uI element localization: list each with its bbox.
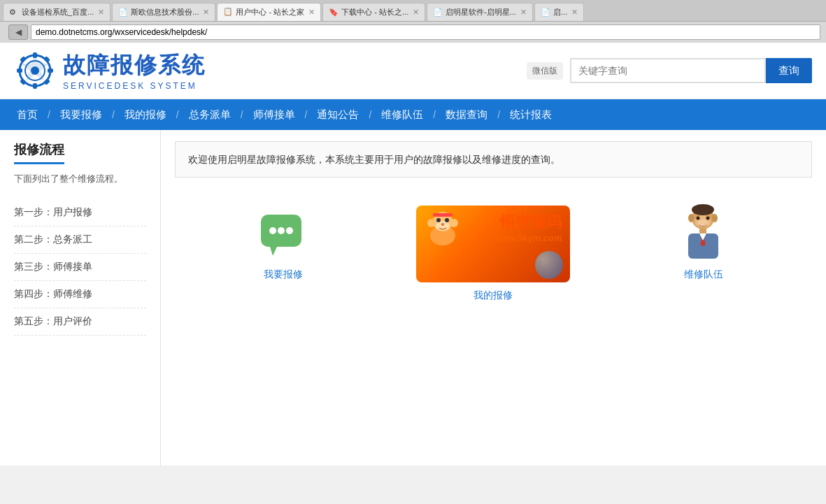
svg-rect-7 (48, 69, 53, 73)
nav-home[interactable]: 首页 (7, 99, 48, 130)
tab-close-4[interactable]: ✕ (413, 8, 419, 17)
tab-icon-5: 📄 (433, 8, 443, 17)
chat-bubble-icon (257, 211, 310, 257)
logo-subtitle: SERVICEDESK SYSTEM (63, 81, 206, 91)
sidebar-step-1: 第一步：用户报修 (14, 199, 146, 226)
tab-label-6: 启... (553, 7, 567, 17)
tab-label-3: 用户中心 - 站长之家 (236, 7, 304, 17)
svg-point-14 (278, 227, 285, 234)
search-area: 微信版 查询 (527, 58, 812, 83)
weixin-badge: 微信版 (527, 62, 563, 80)
main-content: 报修流程 下面列出了整个维修流程。 第一步：用户报修 第二步：总务派工 第三步：… (0, 130, 826, 466)
sidebar-steps: 第一步：用户报修 第二步：总务派工 第三步：师傅接单 第四步：师傅维修 第五步：… (14, 199, 146, 336)
browser-tabs: ⚙ 设备巡检系统_百度... ✕ 📄 斯欧信息技术股份... ✕ 📋 用户中心 … (0, 0, 826, 22)
nav-accept[interactable]: 师傅接单 (243, 99, 305, 130)
browser-window: ⚙ 设备巡检系统_百度... ✕ 📄 斯欧信息技术股份... ✕ 📋 用户中心 … (0, 0, 826, 466)
tab-3[interactable]: 📋 用户中心 - 站长之家 ✕ (217, 3, 321, 21)
tab-6[interactable]: 📄 启... ✕ (534, 3, 584, 21)
icon-team[interactable]: 维修队伍 (676, 206, 732, 281)
repair-icon-label: 我要报修 (264, 268, 303, 281)
icon-my-repair[interactable]: 悟空源码 www.5kym.com 我的报修 (416, 206, 570, 302)
tab-2[interactable]: 📄 斯欧信息技术股份... ✕ (112, 3, 215, 21)
svg-point-22 (436, 218, 441, 222)
sidebar-step-3: 第三步：师傅接单 (14, 254, 146, 281)
svg-rect-6 (17, 69, 22, 73)
svg-point-19 (427, 219, 436, 227)
svg-point-36 (706, 216, 710, 219)
team-icon-label: 维修队伍 (684, 268, 723, 281)
tab-close-6[interactable]: ✕ (571, 8, 578, 17)
svg-rect-9 (20, 78, 27, 85)
content-area: 欢迎使用启明星故障报修系统，本系统主要用于用户的故障报修以及维修进度的查询。 (161, 130, 826, 466)
nav-team[interactable]: 维修队伍 (371, 99, 433, 130)
watermark-line1: 悟空源码 (494, 213, 562, 233)
svg-rect-30 (699, 228, 706, 233)
nav-repair[interactable]: 我要报修 (50, 99, 112, 130)
tab-1[interactable]: ⚙ 设备巡检系统_百度... ✕ (3, 3, 111, 21)
sidebar-step-5: 第五步：用户评价 (14, 308, 146, 336)
tab-close-2[interactable]: ✕ (203, 8, 209, 17)
tab-icon-6: 📄 (541, 8, 550, 17)
logo-icon (14, 50, 56, 92)
repair-icon-img (255, 206, 311, 261)
nav-query[interactable]: 数据查询 (436, 99, 497, 130)
back-button[interactable]: ◀ (8, 24, 28, 40)
search-button[interactable]: 查询 (766, 58, 812, 83)
svg-rect-5 (33, 83, 37, 89)
svg-point-3 (31, 66, 39, 75)
icon-repair[interactable]: 我要报修 (255, 206, 311, 281)
url-input[interactable] (31, 24, 820, 40)
tab-4[interactable]: 🔖 下载中心 - 站长之... ✕ (322, 3, 425, 21)
tab-icon-3: 📋 (223, 7, 233, 17)
sidebar-step-2: 第二步：总务派工 (14, 226, 146, 254)
logo-text-block: 故障报修系统 SERVICEDESK SYSTEM (63, 50, 206, 91)
search-input[interactable] (570, 58, 766, 83)
sidebar-title: 报修流程 (14, 141, 64, 164)
tab-5[interactable]: 📄 启明星软件-启明星... ✕ (427, 3, 533, 21)
svg-point-25 (441, 223, 444, 226)
tab-label-2: 斯欧信息技术股份... (131, 7, 199, 17)
globe-decoration (535, 251, 563, 279)
tab-close-1[interactable]: ✕ (98, 8, 104, 17)
nav-my-repair[interactable]: 我的报修 (115, 99, 176, 130)
welcome-banner: 欢迎使用启明星故障报修系统，本系统主要用于用户的故障报修以及维修进度的查询。 (175, 141, 812, 178)
svg-rect-8 (20, 56, 27, 63)
tab-close-5[interactable]: ✕ (520, 8, 527, 17)
svg-marker-16 (270, 247, 277, 256)
logo-title: 故障报修系统 (63, 50, 206, 81)
svg-rect-24 (433, 213, 453, 217)
watermark-url: www.5kym.com (494, 233, 562, 245)
site-header: 故障报修系统 SERVICEDESK SYSTEM 微信版 查询 (0, 43, 826, 99)
icons-grid: 我要报修 (175, 192, 812, 316)
tab-label-5: 启明星软件-启明星... (446, 7, 516, 17)
page-wrapper: 故障报修系统 SERVICEDESK SYSTEM 微信版 查询 首页 / 我要… (0, 43, 826, 466)
sidebar-step-4: 第四步：师傅维修 (14, 281, 146, 308)
nav-report[interactable]: 统计报表 (500, 99, 562, 130)
tab-label-4: 下载中心 - 站长之... (341, 7, 408, 17)
svg-rect-11 (43, 78, 50, 85)
svg-point-29 (712, 214, 718, 222)
tab-label-1: 设备巡检系统_百度... (22, 7, 94, 17)
nav-dispatch[interactable]: 总务派单 (179, 99, 241, 130)
tab-close-3[interactable]: ✕ (308, 8, 315, 17)
tab-icon-1: ⚙ (9, 8, 19, 17)
site-nav: 首页 / 我要报修 / 我的报修 / 总务派单 / 师傅接单 / 通知公告 / … (0, 99, 826, 130)
svg-rect-4 (33, 52, 37, 58)
svg-rect-10 (43, 56, 50, 63)
team-icon-img (676, 206, 732, 261)
welcome-text: 欢迎使用启明星故障报修系统，本系统主要用于用户的故障报修以及维修进度的查询。 (188, 154, 560, 165)
svg-point-15 (286, 227, 293, 234)
watermark-text: 悟空源码 www.5kym.com (494, 213, 562, 244)
svg-point-20 (450, 219, 458, 227)
monkey-icon (422, 209, 464, 247)
svg-point-13 (269, 227, 276, 234)
svg-point-27 (692, 204, 714, 215)
tab-icon-2: 📄 (118, 8, 128, 17)
watermark-box: 悟空源码 www.5kym.com (416, 206, 570, 282)
sidebar: 报修流程 下面列出了整个维修流程。 第一步：用户报修 第二步：总务派工 第三步：… (0, 130, 161, 466)
person-icon (677, 204, 729, 264)
nav-notice[interactable]: 通知公告 (307, 99, 369, 130)
svg-point-35 (697, 216, 700, 219)
address-bar: ◀ (0, 22, 826, 43)
svg-point-28 (688, 214, 694, 222)
